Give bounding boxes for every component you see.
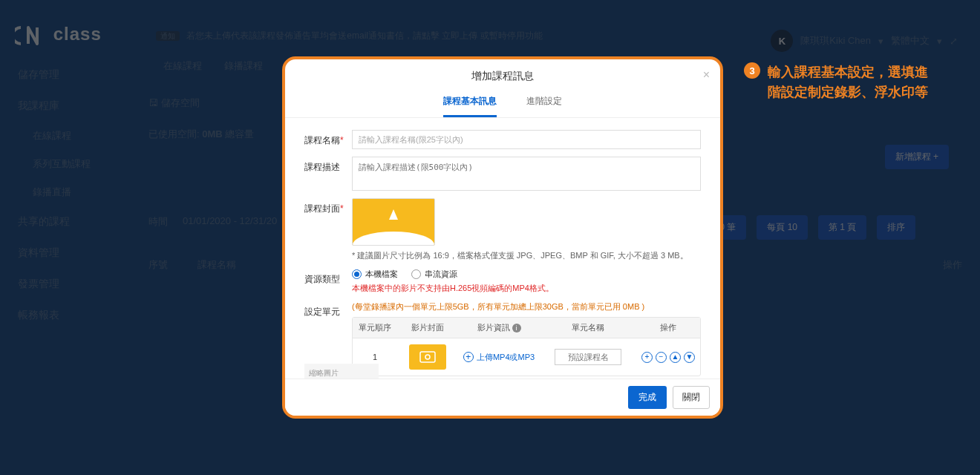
modal-footer: 完成 關閉 (285, 379, 720, 416)
label-set-unit: 設定單元 (304, 301, 352, 318)
remove-icon[interactable]: − (656, 352, 667, 363)
done-button[interactable]: 完成 (628, 386, 667, 409)
svg-rect-0 (420, 352, 435, 362)
svg-point-1 (425, 355, 430, 359)
cover-preview[interactable] (352, 198, 435, 246)
unit-limit-note: (每堂錄播課內一個單元上限5GB，所有單元加總上限30GB，當前單元已用 0MB… (352, 301, 701, 312)
uth-seq: 單元順序 (353, 318, 397, 338)
label-resource-type: 資源類型 (304, 269, 352, 286)
table-row: 1 +上傳MP4或MP3 + − ▲ ▼ (353, 338, 700, 376)
cover-note: * 建議圖片尺寸比例為 16:9，檔案格式僅支援 JPG、JPEG、BMP 和 … (352, 250, 688, 261)
move-up-icon[interactable]: ▲ (670, 352, 681, 363)
course-name-input[interactable] (352, 130, 701, 149)
uth-name: 單元名稱 (540, 318, 636, 338)
step-badge: 3 (744, 62, 760, 79)
resource-warning: 本機檔案中的影片不支持由H.265視頻編碼的MP4格式。 (352, 283, 701, 294)
label-course-desc: 課程描述 (304, 157, 352, 174)
add-icon[interactable]: + (641, 352, 653, 363)
unit-table: 單元順序 影片封面 影片資訊i 單元名稱 操作 1 +上傳MP4或MP3 (352, 317, 701, 376)
tab-advanced[interactable]: 進階設定 (526, 91, 562, 117)
unit-thumb[interactable] (409, 344, 446, 370)
label-course-cover: 課程封面* (304, 198, 352, 215)
modal-tabs: 課程基本訊息 進階設定 (285, 91, 720, 118)
instruction-callout: 3 輸入課程基本設定，選填進階設定制定錄影、浮水印等 (744, 62, 938, 102)
rocket-icon (389, 209, 398, 220)
upload-button[interactable]: +上傳MP4或MP3 (463, 352, 535, 363)
cloud-shape (353, 232, 434, 245)
close-icon[interactable]: × (703, 68, 710, 82)
modal-header: 增加課程訊息 × (285, 59, 720, 91)
uth-info: 影片資訊i (458, 318, 540, 338)
modal-title: 增加課程訊息 (471, 70, 534, 82)
close-button[interactable]: 關閉 (673, 386, 710, 409)
label-course-name: 課程名稱* (304, 130, 352, 147)
info-icon[interactable]: i (512, 324, 521, 332)
uth-ops: 操作 (636, 318, 700, 338)
radio-stream[interactable]: 串流資源 (411, 269, 457, 280)
move-down-icon[interactable]: ▼ (684, 352, 695, 363)
tab-basic-info[interactable]: 課程基本訊息 (443, 91, 497, 117)
add-course-modal: 增加課程訊息 × 課程基本訊息 進階設定 課程名稱* 課程描述 課程封面* * … (282, 56, 723, 419)
callout-text: 輸入課程基本設定，選填進階設定制定錄影、浮水印等 (768, 62, 938, 102)
uth-cover: 影片封面 (397, 318, 458, 338)
modal-body: 課程名稱* 課程描述 課程封面* * 建議圖片尺寸比例為 16:9，檔案格式僅支… (285, 118, 720, 382)
unit-name-input[interactable] (555, 349, 621, 365)
radio-local-file[interactable]: 本機檔案 (352, 269, 398, 280)
course-desc-input[interactable] (352, 157, 701, 191)
